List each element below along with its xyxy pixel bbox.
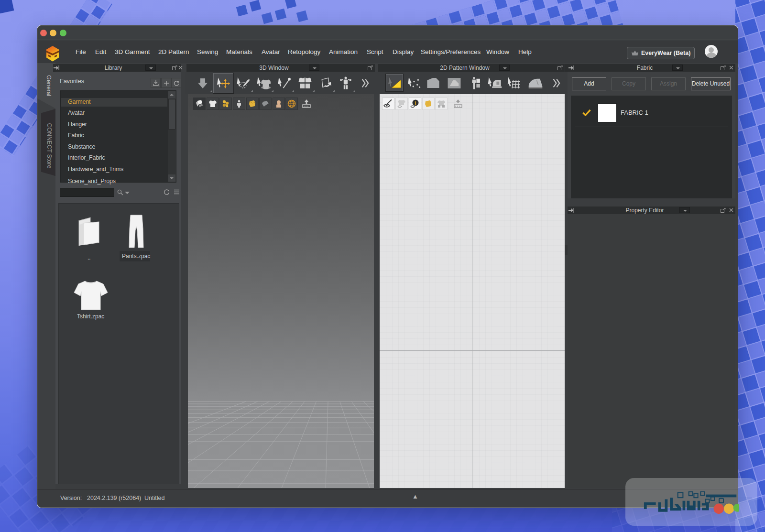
svg-text:i: i	[415, 100, 416, 106]
